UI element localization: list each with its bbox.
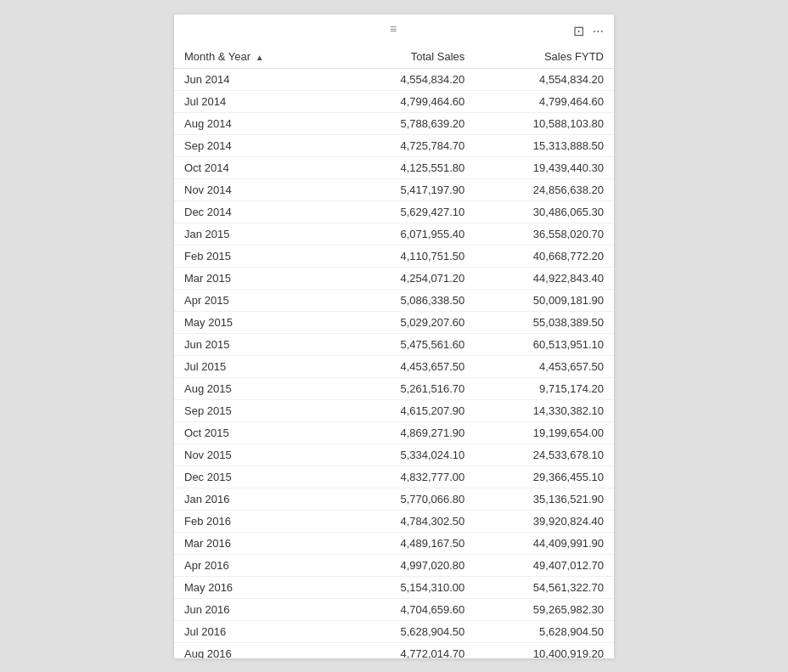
cell-month-year: Oct 2015 bbox=[174, 421, 327, 443]
cell-total-sales: 4,615,207.90 bbox=[327, 399, 476, 421]
table-row: Jun 20164,704,659.6059,265,982.30 bbox=[174, 598, 614, 620]
cell-month-year: Dec 2014 bbox=[174, 200, 327, 223]
table-row: Jan 20156,071,955.4036,558,020.70 bbox=[174, 223, 614, 245]
cell-month-year: Apr 2016 bbox=[174, 554, 327, 576]
cell-sales-fytd: 15,313,888.50 bbox=[475, 134, 614, 156]
table-wrapper[interactable]: Month & Year ▲ Total Sales Sales FYTD Ju… bbox=[174, 45, 614, 658]
cell-total-sales: 4,832,777.00 bbox=[327, 466, 476, 488]
table-row: Aug 20164,772,014.7010,400,919.20 bbox=[174, 642, 614, 658]
table-row: Jan 20165,770,066.8035,136,521.90 bbox=[174, 488, 614, 510]
cell-sales-fytd: 4,453,657.50 bbox=[475, 355, 614, 377]
widget-container: ≡ ⊡ ··· Month & Year ▲ Total Sales Sales… bbox=[173, 14, 615, 659]
cell-total-sales: 4,799,464.60 bbox=[327, 90, 476, 112]
cell-sales-fytd: 36,558,020.70 bbox=[475, 223, 614, 245]
cell-sales-fytd: 9,715,174.20 bbox=[475, 377, 614, 399]
table-header-row: Month & Year ▲ Total Sales Sales FYTD bbox=[174, 45, 614, 69]
cell-total-sales: 5,417,197.90 bbox=[327, 178, 476, 200]
cell-month-year: Jun 2014 bbox=[174, 68, 327, 90]
table-row: Feb 20164,784,302.5039,920,824.40 bbox=[174, 510, 614, 532]
table-row: Nov 20145,417,197.9024,856,638.20 bbox=[174, 178, 614, 200]
cell-total-sales: 4,554,834.20 bbox=[327, 68, 476, 90]
sort-arrow-icon: ▲ bbox=[256, 53, 264, 62]
col-header-month-year[interactable]: Month & Year ▲ bbox=[174, 45, 327, 69]
cell-total-sales: 6,071,955.40 bbox=[327, 223, 476, 245]
cell-total-sales: 4,125,551.80 bbox=[327, 156, 476, 178]
table-row: Sep 20144,725,784.7015,313,888.50 bbox=[174, 134, 614, 156]
cell-month-year: Jul 2014 bbox=[174, 90, 327, 112]
table-row: Dec 20145,629,427.1030,486,065.30 bbox=[174, 200, 614, 223]
table-row: Aug 20145,788,639.2010,588,103.80 bbox=[174, 112, 614, 134]
cell-month-year: Aug 2014 bbox=[174, 112, 327, 134]
cell-month-year: Sep 2014 bbox=[174, 134, 327, 156]
col-header-sales-fytd[interactable]: Sales FYTD bbox=[475, 45, 614, 69]
cell-month-year: May 2015 bbox=[174, 311, 327, 333]
cell-month-year: Jul 2015 bbox=[174, 355, 327, 377]
cell-month-year: Nov 2014 bbox=[174, 178, 327, 200]
cell-month-year: Dec 2015 bbox=[174, 466, 327, 488]
cell-sales-fytd: 50,009,181.90 bbox=[475, 289, 614, 311]
table-row: Oct 20144,125,551.8019,439,440.30 bbox=[174, 156, 614, 178]
cell-total-sales: 4,254,071.20 bbox=[327, 267, 476, 289]
cell-total-sales: 4,453,657.50 bbox=[327, 355, 476, 377]
cell-month-year: Feb 2016 bbox=[174, 510, 327, 532]
table-row: Nov 20155,334,024.1024,533,678.10 bbox=[174, 443, 614, 466]
cell-sales-fytd: 14,330,382.10 bbox=[475, 399, 614, 421]
cell-sales-fytd: 24,856,638.20 bbox=[475, 178, 614, 200]
cell-total-sales: 5,334,024.10 bbox=[327, 443, 476, 466]
drag-handle-icon[interactable]: ≡ bbox=[390, 23, 398, 35]
cell-sales-fytd: 5,628,904.50 bbox=[475, 620, 614, 642]
table-row: Mar 20164,489,167.5044,409,991.90 bbox=[174, 532, 614, 554]
cell-sales-fytd: 44,922,843.40 bbox=[475, 267, 614, 289]
cell-month-year: Feb 2015 bbox=[174, 245, 327, 267]
cell-sales-fytd: 54,561,322.70 bbox=[475, 576, 614, 598]
widget-header: ≡ ⊡ ··· bbox=[174, 14, 614, 45]
table-row: Apr 20155,086,338.5050,009,181.90 bbox=[174, 289, 614, 311]
cell-sales-fytd: 35,136,521.90 bbox=[475, 488, 614, 510]
cell-total-sales: 4,997,020.80 bbox=[327, 554, 476, 576]
table-row: Jun 20155,475,561.6060,513,951.10 bbox=[174, 333, 614, 355]
cell-sales-fytd: 55,038,389.50 bbox=[475, 311, 614, 333]
expand-button[interactable]: ⊡ bbox=[571, 21, 586, 41]
cell-total-sales: 4,772,014.70 bbox=[327, 642, 476, 658]
cell-month-year: Mar 2015 bbox=[174, 267, 327, 289]
cell-total-sales: 4,725,784.70 bbox=[327, 134, 476, 156]
cell-sales-fytd: 10,588,103.80 bbox=[475, 112, 614, 134]
table-row: Mar 20154,254,071.2044,922,843.40 bbox=[174, 267, 614, 289]
cell-month-year: Sep 2015 bbox=[174, 399, 327, 421]
cell-month-year: Jun 2016 bbox=[174, 598, 327, 620]
cell-month-year: Jul 2016 bbox=[174, 620, 327, 642]
cell-total-sales: 5,475,561.60 bbox=[327, 333, 476, 355]
cell-sales-fytd: 39,920,824.40 bbox=[475, 510, 614, 532]
table-row: Sep 20154,615,207.9014,330,382.10 bbox=[174, 399, 614, 421]
table-row: May 20155,029,207.6055,038,389.50 bbox=[174, 311, 614, 333]
cell-sales-fytd: 24,533,678.10 bbox=[475, 443, 614, 466]
cell-month-year: Nov 2015 bbox=[174, 443, 327, 466]
more-options-button[interactable]: ··· bbox=[591, 22, 605, 41]
cell-total-sales: 4,704,659.60 bbox=[327, 598, 476, 620]
cell-total-sales: 5,086,338.50 bbox=[327, 289, 476, 311]
cell-sales-fytd: 49,407,012.70 bbox=[475, 554, 614, 576]
cell-month-year: Mar 2016 bbox=[174, 532, 327, 554]
col-header-total-sales[interactable]: Total Sales bbox=[327, 45, 476, 69]
cell-total-sales: 4,489,167.50 bbox=[327, 532, 476, 554]
cell-total-sales: 5,770,066.80 bbox=[327, 488, 476, 510]
table-row: Jul 20154,453,657.504,453,657.50 bbox=[174, 355, 614, 377]
cell-total-sales: 5,029,207.60 bbox=[327, 311, 476, 333]
table-row: Jun 20144,554,834.204,554,834.20 bbox=[174, 68, 614, 90]
cell-month-year: Jan 2015 bbox=[174, 223, 327, 245]
table-row: Dec 20154,832,777.0029,366,455.10 bbox=[174, 466, 614, 488]
cell-sales-fytd: 19,439,440.30 bbox=[475, 156, 614, 178]
cell-month-year: Aug 2015 bbox=[174, 377, 327, 399]
cell-total-sales: 5,788,639.20 bbox=[327, 112, 476, 134]
cell-sales-fytd: 29,366,455.10 bbox=[475, 466, 614, 488]
table-row: Apr 20164,997,020.8049,407,012.70 bbox=[174, 554, 614, 576]
table-row: May 20165,154,310.0054,561,322.70 bbox=[174, 576, 614, 598]
cell-sales-fytd: 44,409,991.90 bbox=[475, 532, 614, 554]
cell-sales-fytd: 10,400,919.20 bbox=[475, 642, 614, 658]
cell-sales-fytd: 40,668,772.20 bbox=[475, 245, 614, 267]
data-table: Month & Year ▲ Total Sales Sales FYTD Ju… bbox=[174, 45, 614, 658]
table-row: Jul 20165,628,904.505,628,904.50 bbox=[174, 620, 614, 642]
cell-total-sales: 5,154,310.00 bbox=[327, 576, 476, 598]
table-row: Aug 20155,261,516.709,715,174.20 bbox=[174, 377, 614, 399]
cell-total-sales: 4,869,271.90 bbox=[327, 421, 476, 443]
